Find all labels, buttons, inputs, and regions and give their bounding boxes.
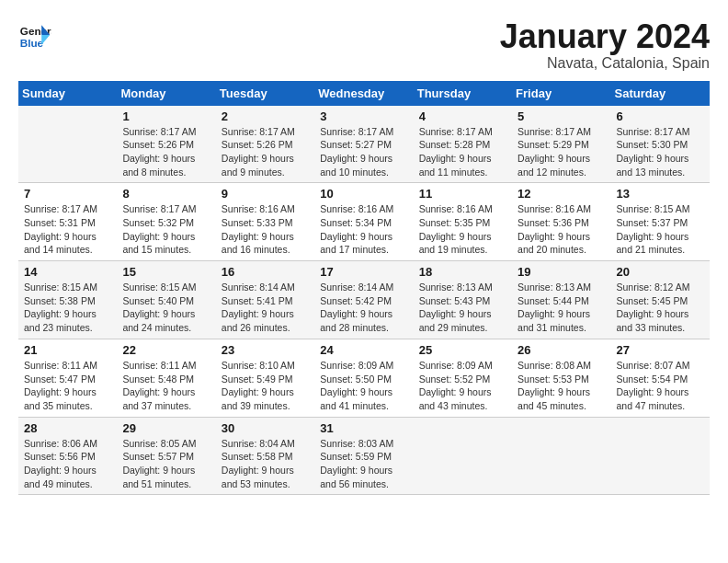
day-number: 20: [617, 265, 704, 279]
calendar-cell: 4Sunrise: 8:17 AM Sunset: 5:28 PM Daylig…: [414, 106, 512, 183]
day-info: Sunrise: 8:09 AM Sunset: 5:50 PM Dayligh…: [320, 359, 407, 413]
header-tuesday: Tuesday: [216, 81, 314, 106]
day-number: 29: [122, 421, 210, 435]
calendar-subtitle: Navata, Catalonia, Spain: [500, 55, 710, 72]
day-info: Sunrise: 8:13 AM Sunset: 5:43 PM Dayligh…: [419, 281, 506, 335]
calendar-cell: 18Sunrise: 8:13 AM Sunset: 5:43 PM Dayli…: [414, 261, 512, 339]
day-info: Sunrise: 8:14 AM Sunset: 5:42 PM Dayligh…: [320, 281, 407, 335]
day-number: 27: [617, 343, 704, 357]
logo-icon: General Blue: [18, 18, 51, 52]
day-number: 1: [122, 109, 210, 123]
day-info: Sunrise: 8:11 AM Sunset: 5:48 PM Dayligh…: [122, 359, 210, 413]
calendar-cell: 19Sunrise: 8:13 AM Sunset: 5:44 PM Dayli…: [512, 261, 610, 339]
day-info: Sunrise: 8:17 AM Sunset: 5:26 PM Dayligh…: [122, 125, 210, 179]
day-number: 11: [419, 187, 506, 201]
day-info: Sunrise: 8:17 AM Sunset: 5:29 PM Dayligh…: [518, 125, 605, 179]
day-info: Sunrise: 8:13 AM Sunset: 5:44 PM Dayligh…: [518, 281, 605, 335]
day-number: 9: [222, 187, 309, 201]
calendar-title: January 2024: [500, 18, 710, 55]
calendar-table: Sunday Monday Tuesday Wednesday Thursday…: [18, 81, 710, 496]
calendar-cell: 14Sunrise: 8:15 AM Sunset: 5:38 PM Dayli…: [18, 261, 117, 339]
calendar-cell: 3Sunrise: 8:17 AM Sunset: 5:27 PM Daylig…: [314, 106, 413, 183]
day-number: 10: [320, 187, 407, 201]
calendar-cell: 10Sunrise: 8:16 AM Sunset: 5:34 PM Dayli…: [314, 183, 413, 261]
day-number: 5: [518, 109, 605, 123]
calendar-week-row: 7Sunrise: 8:17 AM Sunset: 5:31 PM Daylig…: [18, 183, 710, 261]
calendar-cell: 1Sunrise: 8:17 AM Sunset: 5:26 PM Daylig…: [117, 106, 215, 183]
day-number: 26: [518, 343, 605, 357]
day-info: Sunrise: 8:09 AM Sunset: 5:52 PM Dayligh…: [419, 359, 506, 413]
day-number: 25: [419, 343, 506, 357]
calendar-week-row: 21Sunrise: 8:11 AM Sunset: 5:47 PM Dayli…: [18, 339, 710, 417]
calendar-body: 1Sunrise: 8:17 AM Sunset: 5:26 PM Daylig…: [18, 106, 710, 495]
day-info: Sunrise: 8:08 AM Sunset: 5:53 PM Dayligh…: [518, 359, 605, 413]
calendar-cell: [414, 417, 512, 495]
calendar-cell: 25Sunrise: 8:09 AM Sunset: 5:52 PM Dayli…: [414, 339, 512, 417]
day-number: 21: [24, 343, 111, 357]
day-info: Sunrise: 8:17 AM Sunset: 5:26 PM Dayligh…: [222, 125, 309, 179]
logo: General Blue: [18, 18, 51, 52]
day-number: 6: [617, 109, 704, 123]
header-wednesday: Wednesday: [314, 81, 413, 106]
day-info: Sunrise: 8:16 AM Sunset: 5:33 PM Dayligh…: [222, 202, 309, 257]
title-section: January 2024 Navata, Catalonia, Spain: [500, 18, 710, 72]
calendar-week-row: 14Sunrise: 8:15 AM Sunset: 5:38 PM Dayli…: [18, 261, 710, 339]
day-number: 7: [24, 187, 111, 201]
day-info: Sunrise: 8:07 AM Sunset: 5:54 PM Dayligh…: [617, 359, 704, 413]
day-info: Sunrise: 8:15 AM Sunset: 5:38 PM Dayligh…: [24, 281, 111, 335]
calendar-header: Sunday Monday Tuesday Wednesday Thursday…: [18, 81, 710, 106]
day-number: 28: [24, 421, 111, 435]
calendar-cell: 21Sunrise: 8:11 AM Sunset: 5:47 PM Dayli…: [18, 339, 117, 417]
day-number: 3: [320, 109, 407, 123]
day-info: Sunrise: 8:16 AM Sunset: 5:35 PM Dayligh…: [419, 202, 506, 257]
day-info: Sunrise: 8:17 AM Sunset: 5:28 PM Dayligh…: [419, 125, 506, 179]
calendar-week-row: 28Sunrise: 8:06 AM Sunset: 5:56 PM Dayli…: [18, 417, 710, 495]
day-info: Sunrise: 8:03 AM Sunset: 5:59 PM Dayligh…: [320, 437, 407, 491]
calendar-cell: 16Sunrise: 8:14 AM Sunset: 5:41 PM Dayli…: [216, 261, 314, 339]
calendar-week-row: 1Sunrise: 8:17 AM Sunset: 5:26 PM Daylig…: [18, 106, 710, 183]
weekday-header-row: Sunday Monday Tuesday Wednesday Thursday…: [18, 81, 710, 106]
day-number: 30: [222, 421, 309, 435]
day-info: Sunrise: 8:06 AM Sunset: 5:56 PM Dayligh…: [24, 437, 111, 491]
calendar-cell: 26Sunrise: 8:08 AM Sunset: 5:53 PM Dayli…: [512, 339, 610, 417]
day-info: Sunrise: 8:17 AM Sunset: 5:30 PM Dayligh…: [617, 125, 704, 179]
calendar-cell: 22Sunrise: 8:11 AM Sunset: 5:48 PM Dayli…: [117, 339, 215, 417]
calendar-cell: 30Sunrise: 8:04 AM Sunset: 5:58 PM Dayli…: [216, 417, 314, 495]
day-info: Sunrise: 8:12 AM Sunset: 5:45 PM Dayligh…: [617, 281, 704, 335]
day-number: 13: [617, 187, 704, 201]
day-number: 24: [320, 343, 407, 357]
day-number: 23: [222, 343, 309, 357]
day-info: Sunrise: 8:11 AM Sunset: 5:47 PM Dayligh…: [24, 359, 111, 413]
header-saturday: Saturday: [611, 81, 710, 106]
calendar-cell: 23Sunrise: 8:10 AM Sunset: 5:49 PM Dayli…: [216, 339, 314, 417]
day-number: 17: [320, 265, 407, 279]
calendar-cell: 31Sunrise: 8:03 AM Sunset: 5:59 PM Dayli…: [314, 417, 413, 495]
day-info: Sunrise: 8:17 AM Sunset: 5:32 PM Dayligh…: [122, 202, 210, 257]
calendar-cell: 24Sunrise: 8:09 AM Sunset: 5:50 PM Dayli…: [314, 339, 413, 417]
day-number: 31: [320, 421, 407, 435]
day-number: 18: [419, 265, 506, 279]
page-header: General Blue January 2024 Navata, Catalo…: [18, 18, 710, 72]
day-number: 14: [24, 265, 111, 279]
day-info: Sunrise: 8:14 AM Sunset: 5:41 PM Dayligh…: [222, 281, 309, 335]
day-info: Sunrise: 8:16 AM Sunset: 5:36 PM Dayligh…: [518, 202, 605, 257]
calendar-cell: 17Sunrise: 8:14 AM Sunset: 5:42 PM Dayli…: [314, 261, 413, 339]
day-number: 4: [419, 109, 506, 123]
day-info: Sunrise: 8:16 AM Sunset: 5:34 PM Dayligh…: [320, 202, 407, 257]
svg-text:Blue: Blue: [20, 37, 44, 49]
day-info: Sunrise: 8:17 AM Sunset: 5:31 PM Dayligh…: [24, 202, 111, 257]
day-info: Sunrise: 8:15 AM Sunset: 5:40 PM Dayligh…: [122, 281, 210, 335]
day-number: 22: [122, 343, 210, 357]
day-number: 19: [518, 265, 605, 279]
calendar-cell: 11Sunrise: 8:16 AM Sunset: 5:35 PM Dayli…: [414, 183, 512, 261]
day-info: Sunrise: 8:04 AM Sunset: 5:58 PM Dayligh…: [222, 437, 309, 491]
calendar-cell: [611, 417, 710, 495]
day-info: Sunrise: 8:17 AM Sunset: 5:27 PM Dayligh…: [320, 125, 407, 179]
header-friday: Friday: [512, 81, 610, 106]
day-number: 2: [222, 109, 309, 123]
calendar-cell: 28Sunrise: 8:06 AM Sunset: 5:56 PM Dayli…: [18, 417, 117, 495]
day-number: 8: [122, 187, 210, 201]
calendar-cell: 13Sunrise: 8:15 AM Sunset: 5:37 PM Dayli…: [611, 183, 710, 261]
day-info: Sunrise: 8:05 AM Sunset: 5:57 PM Dayligh…: [122, 437, 210, 491]
calendar-cell: 8Sunrise: 8:17 AM Sunset: 5:32 PM Daylig…: [117, 183, 215, 261]
